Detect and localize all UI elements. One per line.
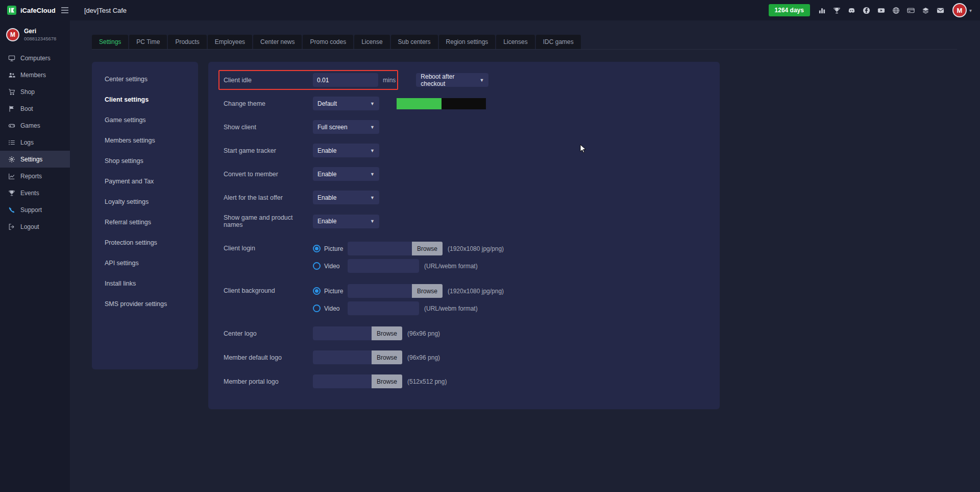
change-theme-select[interactable]: Default ▼ — [313, 97, 379, 110]
youtube-icon[interactable] — [877, 7, 885, 14]
tab-employees[interactable]: Employees — [208, 35, 252, 49]
client-idle-row: Client idle mins Reboot after checkout ▼ — [224, 73, 704, 87]
member-portal-logo-browse-button[interactable]: Browse — [372, 374, 402, 388]
client-background-picture-browse-button[interactable]: Browse — [412, 284, 443, 298]
settings-nav-referral-settings[interactable]: Referral settings — [92, 212, 198, 232]
client-background-row: Client background Picture Browse (1920x1… — [224, 284, 704, 315]
hamburger-menu-icon[interactable] — [61, 7, 69, 14]
user-card[interactable]: M Geri 008812345678 — [0, 20, 70, 50]
convert-to-member-select[interactable]: Enable ▼ — [313, 167, 379, 181]
settings-nav-api-settings[interactable]: API settings — [92, 253, 198, 273]
member-default-logo-input[interactable] — [313, 350, 372, 364]
website-icon[interactable] — [892, 7, 900, 14]
analytics-icon[interactable] — [818, 7, 826, 14]
settings-nav-game-settings[interactable]: Game settings — [92, 110, 198, 130]
tab-licenses[interactable]: Licenses — [496, 35, 534, 49]
settings-nav-client-settings[interactable]: Client settings — [92, 89, 198, 110]
client-background-video-row: Video (URL/webm format) — [313, 301, 504, 315]
theme-color-preview[interactable] — [397, 98, 486, 109]
member-default-logo-browse-button[interactable]: Browse — [372, 350, 402, 364]
client-login-video-row: Video (URL/webm format) — [313, 259, 504, 273]
settings-nav-center-settings[interactable]: Center settings — [92, 69, 198, 89]
topbar: iCafeCloud [dev]Test Cafe 1264 days M ▾ — [0, 0, 980, 20]
settings-nav-install-links[interactable]: Install links — [92, 273, 198, 294]
license-days-badge[interactable]: 1264 days — [769, 4, 810, 16]
client-background-video-input[interactable] — [348, 301, 419, 315]
client-login-picture-input[interactable] — [348, 242, 412, 255]
icafecloud-logo-icon — [7, 6, 16, 15]
settings-nav-shop-settings[interactable]: Shop settings — [92, 151, 198, 171]
sidebar-item-logs[interactable]: Logs — [0, 134, 70, 151]
settings-nav-loyalty-settings[interactable]: Loyalty settings — [92, 192, 198, 212]
logout-icon — [8, 223, 15, 230]
tab-center-news[interactable]: Center news — [253, 35, 302, 49]
tab-pc-time[interactable]: PC Time — [129, 35, 167, 49]
client-login-picture-radio[interactable] — [313, 245, 321, 252]
tab-bar: SettingsPC TimeProductsEmployeesCenter n… — [92, 35, 957, 50]
sidebar-item-label: Logs — [20, 139, 34, 146]
sidebar-item-support[interactable]: Support — [0, 201, 70, 218]
radio-label: Video — [324, 263, 348, 270]
client-login-video-input[interactable] — [348, 259, 419, 273]
sidebar-item-members[interactable]: Members — [0, 66, 70, 83]
format-hint: (URL/webm format) — [424, 305, 478, 312]
tab-sub-centers[interactable]: Sub centers — [391, 35, 438, 49]
member-portal-logo-input[interactable] — [313, 374, 372, 388]
alert-last-offer-select[interactable]: Enable ▼ — [313, 191, 379, 204]
tab-products[interactable]: Products — [168, 35, 206, 49]
sidebar-item-games[interactable]: Games — [0, 117, 70, 134]
chevron-down-icon: ▼ — [370, 219, 375, 224]
sidebar-item-logout[interactable]: Logout — [0, 218, 70, 235]
settings-nav-protection-settings[interactable]: Protection settings — [92, 232, 198, 253]
field-label: Change theme — [224, 100, 313, 107]
client-login-row: Client login Picture Browse (1920x1080 j… — [224, 242, 704, 273]
selected-value: Enable — [317, 171, 336, 178]
client-idle-action-select[interactable]: Reboot after checkout ▼ — [416, 73, 488, 87]
chevron-down-icon: ▼ — [370, 148, 375, 153]
show-game-product-names-select[interactable]: Enable ▼ — [313, 215, 379, 228]
client-background-picture-radio[interactable] — [313, 287, 321, 295]
client-login-video-radio[interactable] — [313, 262, 321, 270]
tab-settings[interactable]: Settings — [92, 35, 128, 49]
client-background-picture-input[interactable] — [348, 284, 412, 298]
sidebar-item-boot[interactable]: Boot — [0, 100, 70, 117]
format-hint: (1920x1080 jpg/png) — [448, 245, 504, 252]
tab-region-settings[interactable]: Region settings — [439, 35, 496, 49]
center-logo-input[interactable] — [313, 326, 372, 340]
sidebar-item-settings[interactable]: Settings — [0, 151, 70, 168]
sidebar-item-label: Support — [20, 206, 42, 214]
center-logo-browse-button[interactable]: Browse — [372, 326, 402, 340]
facebook-icon[interactable] — [863, 7, 870, 14]
client-idle-input[interactable] — [313, 73, 378, 87]
tab-idc-games[interactable]: IDC games — [536, 35, 581, 49]
sidebar-item-computers[interactable]: Computers — [0, 50, 70, 66]
sidebar-item-shop[interactable]: Shop — [0, 83, 70, 100]
member-portal-logo-row: Member portal logo Browse (512x512 png) — [224, 374, 704, 388]
sidebar: M Geri 008812345678 ComputersMembersShop… — [0, 20, 70, 492]
sidebar-item-events[interactable]: Events — [0, 184, 70, 201]
mail-icon[interactable] — [937, 7, 944, 14]
tab-license[interactable]: License — [354, 35, 389, 49]
start-game-tracker-select[interactable]: Enable ▼ — [313, 144, 379, 157]
sidebar-item-label: Events — [20, 190, 39, 197]
tournament-icon[interactable] — [833, 7, 841, 14]
sidebar-item-reports[interactable]: Reports — [0, 168, 70, 184]
billing-icon[interactable] — [907, 7, 915, 14]
client-background-video-radio[interactable] — [313, 304, 321, 312]
settings-nav-sms-provider-settings[interactable]: SMS provider settings — [92, 294, 198, 314]
discord-icon[interactable] — [848, 7, 855, 14]
computers-icon — [8, 55, 15, 62]
selected-value: Enable — [317, 218, 336, 225]
tab-promo-codes[interactable]: Promo codes — [303, 35, 353, 49]
account-menu[interactable]: M ▾ — [952, 3, 972, 17]
format-hint: (512x512 png) — [407, 378, 447, 385]
layers-icon[interactable] — [922, 7, 929, 14]
sidebar-item-label: Shop — [20, 88, 35, 96]
show-client-select[interactable]: Full screen ▼ — [313, 120, 379, 134]
reports-icon — [8, 173, 15, 180]
selected-value: Reboot after checkout — [421, 73, 476, 87]
settings-nav-payment-and-tax[interactable]: Payment and Tax — [92, 171, 198, 192]
settings-nav-members-settings[interactable]: Members settings — [92, 130, 198, 151]
client-login-picture-browse-button[interactable]: Browse — [412, 242, 443, 255]
content: Center settingsClient settingsGame setti… — [70, 50, 980, 409]
